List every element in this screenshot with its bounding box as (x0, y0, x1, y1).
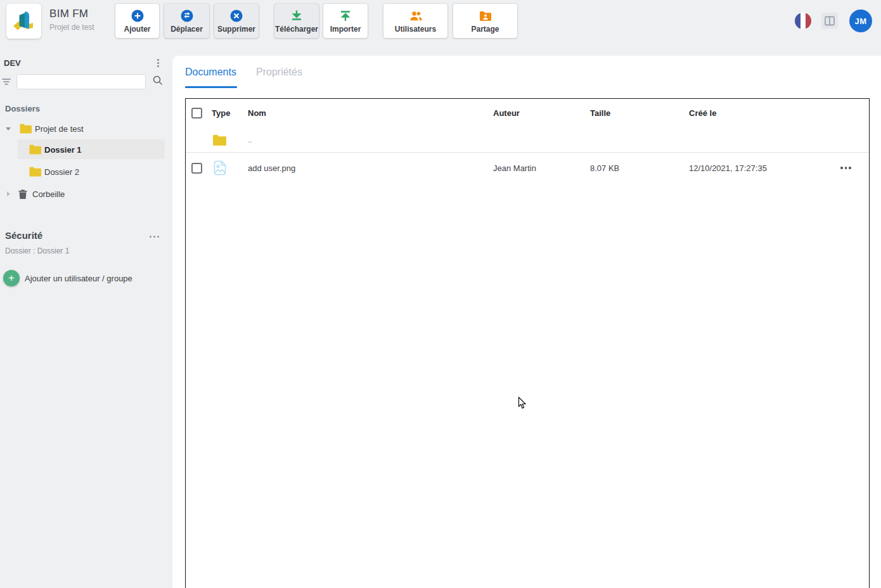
language-flag-button[interactable] (795, 13, 811, 29)
search-icon[interactable] (152, 75, 164, 86)
table-row-file[interactable]: add user.png Jean Martin 8.07 KB 12/10/2… (186, 153, 869, 183)
search-input[interactable] (16, 74, 146, 89)
download-button[interactable]: Télécharger (274, 4, 319, 38)
tree-item-dossier-2[interactable]: Dossier 2 (0, 162, 172, 181)
sidebar-menu-icon[interactable] (154, 57, 162, 68)
folder-icon (29, 167, 41, 177)
upload-icon (338, 9, 352, 23)
users-icon (408, 9, 423, 23)
split-view-icon (824, 15, 835, 27)
sidebar: DEV Dossiers Projet de test Dossier 1 Do… (0, 56, 172, 588)
user-avatar[interactable]: JM (849, 10, 872, 32)
download-icon (290, 9, 304, 23)
trash-icon (18, 189, 28, 200)
add-circle-icon (131, 9, 145, 23)
split-view-button[interactable] (821, 13, 838, 29)
col-header-taille: Taille (590, 108, 689, 118)
app-subtitle: Projet de test (49, 23, 94, 32)
users-button[interactable]: Utilisateurs (383, 4, 447, 38)
app-title: BIM FM (49, 8, 88, 20)
security-section-title: Sécurité (5, 230, 42, 241)
share-folder-icon (479, 9, 492, 23)
add-user-group-button[interactable]: + Ajouter un utilisateur / groupe (3, 270, 132, 286)
app-logo[interactable] (6, 4, 41, 39)
move-button[interactable]: Déplacer (164, 4, 209, 38)
select-all-checkbox[interactable] (191, 108, 202, 118)
tree-item-projet-de-test[interactable]: Projet de test (0, 119, 172, 138)
image-file-icon (209, 160, 248, 176)
main-panel: Documents Propriétés Type Nom Auteur Tai… (172, 56, 881, 588)
filter-icon[interactable] (1, 77, 11, 86)
french-flag-icon (795, 13, 811, 29)
row-actions-icon[interactable] (823, 167, 869, 169)
cell-name: add user.png (248, 163, 493, 173)
cell-author: Jean Martin (493, 163, 590, 173)
folders-section-label: Dossiers (5, 104, 40, 113)
cell-name: .. (248, 135, 493, 144)
col-header-auteur: Auteur (493, 108, 590, 118)
folder-icon (209, 134, 248, 146)
tab-proprietes[interactable]: Propriétés (256, 67, 302, 78)
folder-icon (20, 124, 32, 134)
table-header-row: Type Nom Auteur Taille Créé le (186, 99, 869, 127)
cell-size: 8.07 KB (590, 163, 689, 173)
plus-icon[interactable]: + (3, 270, 20, 286)
share-button[interactable]: Partage (453, 4, 517, 38)
mouse-cursor (518, 397, 527, 409)
table-row-parent-folder[interactable]: .. (186, 127, 869, 153)
cell-created: 12/10/2021, 17:27:35 (689, 163, 823, 173)
documents-table: Type Nom Auteur Taille Créé le .. (185, 98, 870, 588)
col-header-type: Type (209, 108, 248, 118)
bim-fm-logo-icon (11, 8, 37, 35)
col-header-nom: Nom (248, 108, 493, 118)
active-tab-indicator (185, 86, 237, 88)
project-code-label: DEV (4, 58, 21, 68)
col-header-cree-le: Créé le (689, 108, 823, 118)
tree-item-dossier-1[interactable]: Dossier 1 (0, 140, 172, 159)
add-button[interactable]: Ajouter (115, 4, 159, 38)
caret-down-icon[interactable] (4, 125, 13, 132)
tree-item-corbeille[interactable]: Corbeille (0, 184, 172, 203)
security-folder-label: Dossier : Dossier 1 (5, 246, 69, 255)
move-circle-icon (180, 9, 194, 23)
caret-right-icon[interactable] (4, 191, 13, 197)
tab-documents[interactable]: Documents (185, 67, 236, 78)
folder-icon (29, 144, 41, 155)
delete-button[interactable]: Supprimer (214, 4, 259, 38)
security-menu-icon[interactable] (150, 236, 159, 238)
delete-circle-icon (229, 9, 243, 23)
import-button[interactable]: Importer (323, 4, 368, 38)
row-checkbox[interactable] (191, 163, 202, 174)
